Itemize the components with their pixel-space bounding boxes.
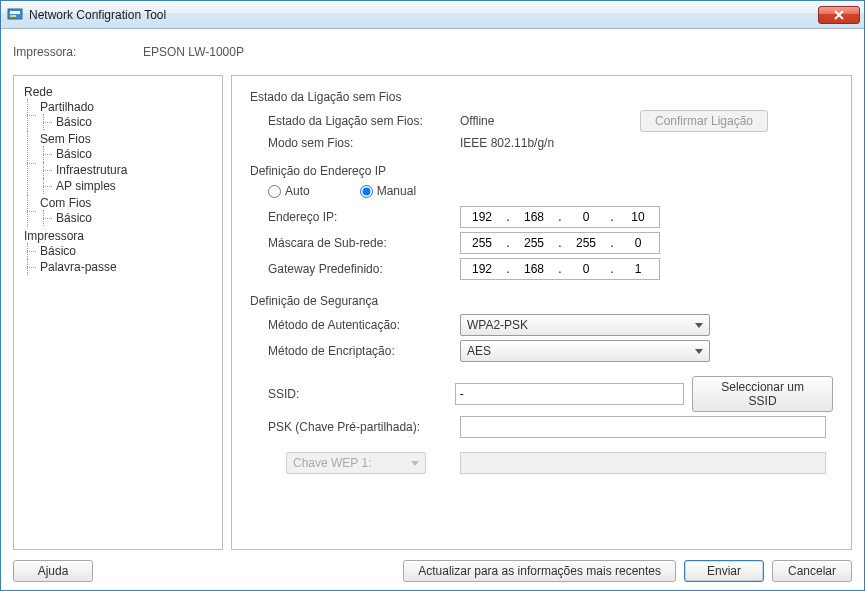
enc-method-label: Método de Encriptação: <box>250 344 460 358</box>
ip-manual-label: Manual <box>377 184 416 198</box>
tree-label: AP simples <box>54 178 118 194</box>
wireless-mode-label: Modo sem Fios: <box>250 136 460 150</box>
section-ip: Definição do Endereço IP <box>250 164 833 178</box>
printer-value: EPSON LW-1000P <box>143 45 244 59</box>
enc-method-select[interactable]: AES <box>460 340 710 362</box>
confirm-connection-button[interactable]: Confirmar Ligação <box>640 110 768 132</box>
select-ssid-button[interactable]: Seleccionar um SSID <box>692 376 833 412</box>
tree-label: Básico <box>54 114 94 130</box>
ip-octet[interactable] <box>461 235 503 251</box>
footer: Ajuda Actualizar para as informações mai… <box>13 560 852 582</box>
window: Network Configration Tool Impressora: EP… <box>0 0 865 591</box>
nav-tree: Rede Partilhado Básico Sem Fios Básico I… <box>18 84 218 276</box>
ssid-label: SSID: <box>250 387 455 401</box>
ip-manual-radio[interactable] <box>360 185 373 198</box>
tree-item-semfios[interactable]: Sem Fios Básico Infraestrutura AP simple… <box>38 131 218 195</box>
tree-item-comfios[interactable]: Com Fios Básico <box>38 195 218 227</box>
refresh-button[interactable]: Actualizar para as informações mais rece… <box>403 560 676 582</box>
tree-item-cf-basico[interactable]: Básico <box>54 210 218 226</box>
tree-item-impressora[interactable]: Impressora Básico Palavra-passe <box>22 228 218 276</box>
tree-item-imp-basico[interactable]: Básico <box>38 243 218 259</box>
svg-rect-2 <box>10 15 16 17</box>
cancel-button[interactable]: Cancelar <box>772 560 852 582</box>
enc-method-value: AES <box>467 344 695 358</box>
ip-octet[interactable] <box>617 261 659 277</box>
tree-label: Partilhado <box>38 99 96 115</box>
tree-panel: Rede Partilhado Básico Sem Fios Básico I… <box>13 75 223 550</box>
tree-label: Rede <box>22 84 55 100</box>
tree-label: Básico <box>38 243 78 259</box>
close-button[interactable] <box>818 6 860 24</box>
auth-method-label: Método de Autenticação: <box>250 318 460 332</box>
window-title: Network Configration Tool <box>29 8 166 22</box>
ssid-input[interactable] <box>455 383 685 405</box>
tree-label: Básico <box>54 210 94 226</box>
ip-octet[interactable] <box>565 235 607 251</box>
ip-octet[interactable] <box>565 261 607 277</box>
conn-status-label: Estado da Ligação sem Fios: <box>250 114 460 128</box>
tree-label: Palavra-passe <box>38 259 119 275</box>
ip-octet[interactable] <box>461 209 503 225</box>
tree-item-partilhado-basico[interactable]: Básico <box>54 114 218 130</box>
psk-label: PSK (Chave Pré-partilhada): <box>250 420 460 434</box>
ip-octet[interactable] <box>461 261 503 277</box>
content-panel: Estado da Ligação sem Fios Estado da Lig… <box>231 75 852 550</box>
app-icon <box>7 7 23 23</box>
ip-octet[interactable] <box>513 235 555 251</box>
ip-auto-label: Auto <box>285 184 310 198</box>
tree-label: Impressora <box>22 228 86 244</box>
subnet-mask-input[interactable]: . . . <box>460 232 660 254</box>
section-security: Definição de Segurança <box>250 294 833 308</box>
printer-label: Impressora: <box>13 45 143 59</box>
help-button[interactable]: Ajuda <box>13 560 93 582</box>
chevron-down-icon <box>695 323 703 328</box>
psk-input[interactable] <box>460 416 826 438</box>
ip-auto-radio[interactable] <box>268 185 281 198</box>
titlebar: Network Configration Tool <box>1 1 864 29</box>
tree-label: Infraestrutura <box>54 162 129 178</box>
wep-key-value: Chave WEP 1: <box>293 456 411 470</box>
ip-address-input[interactable]: . . . <box>460 206 660 228</box>
gateway-input[interactable]: . . . <box>460 258 660 280</box>
tree-label: Básico <box>54 146 94 162</box>
tree-item-sf-ap[interactable]: AP simples <box>54 178 218 194</box>
tree-label: Sem Fios <box>38 131 93 147</box>
subnet-mask-label: Máscara de Sub-rede: <box>250 236 460 250</box>
send-button[interactable]: Enviar <box>684 560 764 582</box>
ip-octet[interactable] <box>513 209 555 225</box>
svg-rect-1 <box>10 11 20 14</box>
tree-label: Com Fios <box>38 195 93 211</box>
chevron-down-icon <box>695 349 703 354</box>
ip-octet[interactable] <box>513 261 555 277</box>
tree-item-sf-basico[interactable]: Básico <box>54 146 218 162</box>
ip-octet[interactable] <box>617 235 659 251</box>
close-icon <box>834 10 844 20</box>
gateway-label: Gateway Predefinido: <box>250 262 460 276</box>
conn-status-value: Offline <box>460 114 640 128</box>
auth-method-value: WPA2-PSK <box>467 318 695 332</box>
tree-item-sf-infra[interactable]: Infraestrutura <box>54 162 218 178</box>
tree-item-imp-pass[interactable]: Palavra-passe <box>38 259 218 275</box>
tree-item-partilhado[interactable]: Partilhado Básico <box>38 99 218 131</box>
printer-header: Impressora: EPSON LW-1000P <box>13 39 852 65</box>
tree-item-rede[interactable]: Rede Partilhado Básico Sem Fios Básico I… <box>22 84 218 228</box>
auth-method-select[interactable]: WPA2-PSK <box>460 314 710 336</box>
wireless-mode-value: IEEE 802.11b/g/n <box>460 136 640 150</box>
ip-address-label: Endereço IP: <box>250 210 460 224</box>
ip-octet[interactable] <box>565 209 607 225</box>
wep-input <box>460 452 826 474</box>
client-area: Impressora: EPSON LW-1000P Rede Partilha… <box>1 29 864 590</box>
section-wireless-status: Estado da Ligação sem Fios <box>250 90 833 104</box>
ip-auto-option[interactable]: Auto <box>268 184 310 198</box>
ip-octet[interactable] <box>617 209 659 225</box>
ip-manual-option[interactable]: Manual <box>360 184 416 198</box>
wep-key-select: Chave WEP 1: <box>286 452 426 474</box>
chevron-down-icon <box>411 461 419 466</box>
